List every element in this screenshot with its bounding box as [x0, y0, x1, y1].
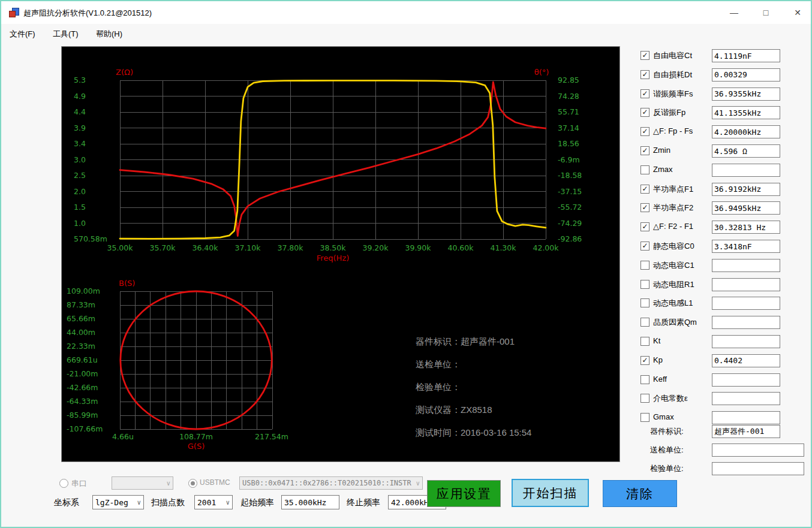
usbtmc-radio[interactable] [188, 479, 197, 488]
svg-text:-64.33m: -64.33m [67, 397, 98, 406]
clear-button[interactable]: 清除 [603, 480, 677, 507]
svg-text:55.71: 55.71 [558, 107, 579, 116]
svg-text:37.10k: 37.10k [234, 243, 261, 252]
param-row: 介电常数ε [637, 392, 812, 405]
param-value-input[interactable] [712, 354, 780, 367]
param-checkbox[interactable]: ✓ [640, 89, 649, 98]
menu-tools[interactable]: 工具(T) [50, 28, 81, 41]
param-value-input[interactable] [712, 183, 780, 196]
param-checkbox[interactable]: ✓ [640, 70, 649, 79]
param-value-input[interactable] [712, 392, 780, 405]
svg-text:2.5: 2.5 [74, 171, 86, 180]
param-checkbox[interactable] [640, 337, 649, 346]
param-value-input[interactable] [712, 49, 780, 62]
param-value-input[interactable] [712, 240, 780, 253]
param-value-input[interactable] [712, 259, 780, 272]
svg-text:B(S): B(S) [119, 279, 135, 288]
apply-settings-button[interactable]: 应用设置 [427, 480, 501, 507]
info-line: 测试仪器：ZX8518 [416, 399, 531, 421]
param-row: 动态电感L1 [637, 297, 812, 310]
param-label: 品质因素Qm [653, 317, 697, 328]
param-label: 介电常数ε [653, 393, 688, 404]
param-label: △F: F2 - F1 [653, 222, 693, 231]
usbtmc-label: USBTMC [200, 478, 230, 487]
param-checkbox[interactable] [640, 318, 649, 327]
param-label: Kp [653, 355, 663, 364]
param-value-input[interactable] [712, 373, 780, 387]
param-checkbox[interactable] [640, 261, 649, 270]
maximize-button[interactable]: □ [752, 3, 780, 22]
serial-label: 串口 [71, 478, 87, 489]
start-frequency-input[interactable] [281, 495, 339, 509]
menu-help[interactable]: 帮助(H) [94, 28, 125, 41]
param-row: Kt [637, 335, 812, 348]
param-label: 静态电容C0 [653, 241, 694, 252]
param-value-input[interactable] [712, 88, 780, 101]
param-value-input[interactable] [712, 297, 780, 310]
svg-text:41.30k: 41.30k [490, 243, 516, 252]
param-row: Gmax [637, 411, 812, 424]
param-checkbox[interactable]: ✓ [640, 108, 649, 117]
stop-frequency-label: 终止频率 [347, 497, 380, 508]
scan-points-combo[interactable]: 2001 ∨ [194, 495, 233, 509]
param-row: ✓△F: F2 - F1 [637, 221, 812, 234]
param-value-input[interactable] [712, 106, 780, 119]
minimize-button[interactable]: — [720, 3, 748, 22]
chevron-down-icon: ∨ [166, 479, 170, 487]
param-checkbox[interactable]: ✓ [640, 356, 649, 365]
param-value-input[interactable] [712, 201, 780, 215]
param-label: 自由损耗Dt [653, 70, 692, 80]
param-value-input[interactable] [712, 411, 780, 424]
serial-port-combo[interactable]: ∨ [112, 476, 173, 490]
svg-text:2.0: 2.0 [74, 187, 86, 196]
param-label: 动态电阻R1 [653, 279, 694, 290]
svg-text:-107.66m: -107.66m [67, 424, 103, 433]
param-value-input[interactable] [712, 221, 780, 234]
usbtmc-address-combo[interactable]: USB0::0x0471::0x2786::T020215010::INSTR … [239, 476, 423, 490]
close-button[interactable]: ✕ [784, 3, 811, 22]
coordinate-system-combo[interactable]: lgZ-Deg ∨ [92, 495, 144, 509]
param-value-input[interactable] [712, 335, 780, 348]
param-row: ✓Zmin [637, 144, 812, 158]
identity-input[interactable] [712, 425, 780, 438]
param-row: ✓半功率点F2 [637, 201, 812, 215]
param-checkbox[interactable]: ✓ [640, 222, 649, 231]
svg-text:-6.9m: -6.9m [558, 155, 580, 164]
param-label: 半功率点F1 [653, 184, 693, 195]
param-checkbox[interactable]: ✓ [640, 242, 649, 251]
identity-input[interactable] [712, 462, 804, 475]
param-label: 动态电感L1 [653, 298, 693, 309]
param-row: 动态电容C1 [637, 259, 812, 272]
param-checkbox[interactable]: ✓ [640, 51, 649, 60]
param-value-input[interactable] [712, 164, 780, 177]
svg-text:5.3: 5.3 [74, 76, 86, 85]
serial-radio[interactable] [59, 479, 68, 488]
param-checkbox[interactable]: ✓ [640, 127, 649, 136]
param-checkbox[interactable] [640, 413, 649, 422]
param-checkbox[interactable] [640, 165, 649, 174]
param-checkbox[interactable]: ✓ [640, 203, 649, 212]
param-value-input[interactable] [712, 316, 780, 329]
param-row: ✓谐振频率Fs [637, 88, 812, 101]
param-checkbox[interactable] [640, 298, 649, 307]
param-value-input[interactable] [712, 278, 780, 291]
start-scan-button[interactable]: 开始扫描 [512, 479, 589, 507]
svg-text:Z(Ω): Z(Ω) [116, 68, 133, 77]
param-value-input[interactable] [712, 144, 780, 158]
param-checkbox[interactable] [640, 280, 649, 289]
svg-text:74.28: 74.28 [558, 92, 579, 101]
param-value-input[interactable] [712, 125, 780, 138]
identity-input[interactable] [712, 443, 804, 457]
param-row: ✓自由损耗Dt [637, 68, 812, 82]
param-checkbox[interactable]: ✓ [640, 185, 649, 194]
menu-file[interactable]: 文件(F) [7, 28, 38, 41]
param-checkbox[interactable] [640, 394, 649, 403]
svg-text:θ(°): θ(°) [534, 68, 549, 77]
svg-text:3.0: 3.0 [74, 155, 86, 164]
svg-text:570.58m: 570.58m [74, 234, 107, 243]
param-value-input[interactable] [712, 68, 780, 82]
param-checkbox[interactable]: ✓ [640, 146, 649, 155]
identity-row: 送检单位: [637, 443, 812, 457]
param-row: Zmax [637, 164, 812, 177]
param-checkbox[interactable] [640, 375, 649, 384]
